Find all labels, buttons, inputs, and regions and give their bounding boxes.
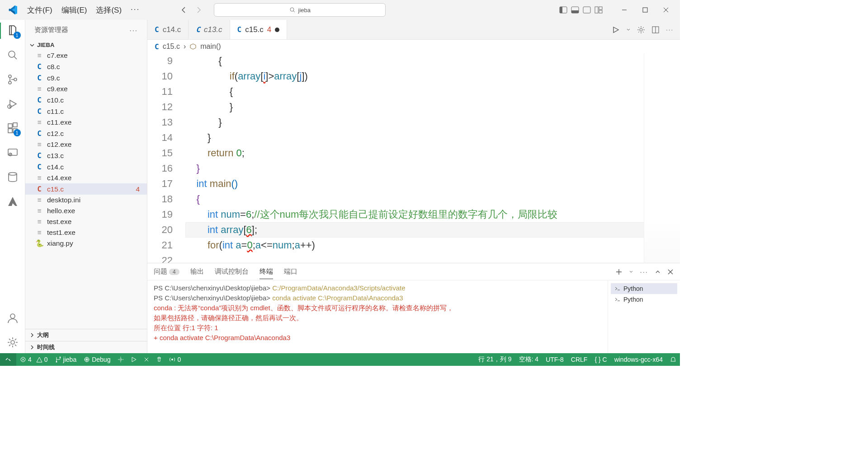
activity-debug[interactable]: [5, 97, 20, 111]
file-item[interactable]: ≡desktop.ini: [25, 195, 147, 205]
file-item[interactable]: Cc12.c: [25, 128, 147, 139]
status-stop-icon[interactable]: [140, 357, 153, 362]
activity-explorer[interactable]: 1: [5, 23, 20, 38]
menu-edit[interactable]: 编辑(E): [58, 3, 91, 17]
activity-settings[interactable]: [5, 335, 20, 350]
activity-remote[interactable]: [5, 145, 20, 160]
terminal-icon: [614, 285, 621, 292]
file-item[interactable]: Cc10.c: [25, 94, 147, 106]
file-item[interactable]: Cc8.c: [25, 61, 147, 72]
close-icon[interactable]: [656, 0, 676, 20]
file-item[interactable]: ≡c12.exe: [25, 139, 147, 150]
customize-layout-icon[interactable]: [594, 5, 603, 14]
status-bell-icon[interactable]: [666, 355, 680, 364]
code-editor[interactable]: 910111213141516171819202122 { if(array[i…: [147, 53, 680, 263]
toggle-sidebar-right-icon[interactable]: [582, 5, 591, 14]
file-label: c10.c: [47, 96, 64, 104]
svg-point-21: [9, 173, 17, 175]
panel-tab-ports[interactable]: 端口: [284, 265, 297, 279]
run-icon[interactable]: [612, 26, 620, 34]
editor-tab[interactable]: Cc13.c: [189, 20, 230, 39]
status-spaces[interactable]: 空格: 4: [515, 355, 542, 364]
editor-tab[interactable]: Cc15.c4: [230, 20, 288, 39]
status-branch[interactable]: jieba: [52, 356, 80, 363]
code-line: }: [185, 115, 680, 130]
toggle-sidebar-left-icon[interactable]: [559, 5, 568, 14]
file-label: c11.c: [47, 107, 64, 116]
nav-forward-icon[interactable]: [194, 5, 203, 14]
activity-scm[interactable]: [5, 72, 20, 87]
minimap[interactable]: [644, 53, 680, 263]
explorer-badge: 1: [14, 32, 21, 39]
activity-account[interactable]: [5, 311, 20, 325]
terminal-item[interactable]: Python: [611, 294, 677, 305]
new-terminal-icon[interactable]: [615, 268, 623, 276]
panel-tab-terminal[interactable]: 终端: [259, 265, 273, 279]
editor-tab[interactable]: Cc14.c: [147, 20, 189, 39]
panel-tab-problems[interactable]: 问题4: [154, 265, 179, 279]
activity-search[interactable]: [5, 48, 20, 62]
menu-select[interactable]: 选择(S): [92, 3, 125, 17]
maximize-icon[interactable]: [635, 0, 656, 20]
menu-bar: 文件(F) 编辑(E) 选择(S) ···: [24, 3, 143, 17]
panel-more-icon[interactable]: ···: [640, 268, 648, 276]
file-item[interactable]: ≡c11.exe: [25, 117, 147, 128]
status-kit[interactable]: windows-gcc-x64: [611, 355, 666, 364]
status-position[interactable]: 行 21，列 9: [475, 355, 515, 364]
file-item[interactable]: 🐍xiang.py: [25, 238, 147, 249]
menu-more-icon[interactable]: ···: [127, 3, 143, 17]
status-eol[interactable]: CRLF: [567, 355, 591, 364]
chevron-down-icon: [29, 42, 35, 48]
panel-tab-debug[interactable]: 调试控制台: [215, 265, 249, 279]
activity-azure[interactable]: [5, 194, 20, 209]
run-dropdown-icon[interactable]: [626, 28, 631, 32]
outline-section[interactable]: 大纲: [25, 329, 147, 341]
breadcrumb[interactable]: C c15.c › main(): [147, 40, 680, 53]
command-center[interactable]: jieba: [214, 3, 386, 17]
status-settings-icon[interactable]: [114, 356, 127, 363]
panel-tab-output[interactable]: 输出: [190, 265, 204, 279]
tab-more-icon[interactable]: ···: [666, 26, 674, 33]
terminal-output[interactable]: PS C:\Users\chenxinyu\Desktop\jieba> C:/…: [147, 280, 608, 353]
file-item[interactable]: Cc15.c4: [25, 183, 147, 195]
file-item[interactable]: ≡hello.exe: [25, 205, 147, 216]
timeline-section[interactable]: 时间线: [25, 341, 147, 353]
remote-indicator[interactable]: [0, 353, 16, 366]
tab-label: c14.c: [163, 25, 181, 34]
activity-extensions[interactable]: 1: [5, 121, 20, 135]
status-errors[interactable]: 40: [16, 356, 52, 363]
toggle-panel-icon[interactable]: [571, 5, 580, 14]
terminal-dropdown-icon[interactable]: [629, 270, 633, 274]
sidebar-more-icon[interactable]: ···: [129, 26, 138, 34]
file-item[interactable]: Cc11.c: [25, 106, 147, 117]
status-debug[interactable]: Debug: [80, 356, 114, 363]
file-item[interactable]: ≡c7.exe: [25, 50, 147, 61]
split-editor-icon[interactable]: [651, 26, 660, 34]
breadcrumb-symbol: main(): [200, 42, 221, 51]
file-item[interactable]: Cc14.c: [25, 161, 147, 173]
status-trash-icon[interactable]: [153, 357, 165, 362]
breadcrumb-sep: ›: [184, 42, 186, 51]
timeline-label: 时间线: [37, 343, 55, 351]
status-radio[interactable]: 0: [165, 356, 184, 363]
nav-back-icon[interactable]: [179, 5, 189, 14]
folder-section[interactable]: JIEBA: [25, 40, 147, 50]
file-item[interactable]: ≡c9.exe: [25, 84, 147, 94]
panel-close-icon[interactable]: [667, 269, 674, 275]
status-language[interactable]: { } C: [591, 355, 610, 364]
activity-database[interactable]: [5, 170, 20, 184]
file-item[interactable]: ≡test1.exe: [25, 227, 147, 238]
menu-file[interactable]: 文件(F): [24, 3, 56, 17]
svg-point-28: [59, 357, 61, 358]
status-encoding[interactable]: UTF-8: [542, 355, 567, 364]
status-run-icon[interactable]: [127, 357, 140, 362]
line-number: 18: [147, 191, 173, 207]
panel-maximize-icon[interactable]: [655, 269, 661, 275]
terminal-item[interactable]: Python: [611, 283, 677, 294]
file-item[interactable]: Cc9.c: [25, 72, 147, 84]
file-item[interactable]: ≡test.exe: [25, 216, 147, 227]
file-item[interactable]: ≡c14.exe: [25, 173, 147, 183]
file-item[interactable]: Cc13.c: [25, 150, 147, 161]
minimize-icon[interactable]: [614, 0, 635, 20]
settings-gear-icon[interactable]: [637, 26, 645, 34]
